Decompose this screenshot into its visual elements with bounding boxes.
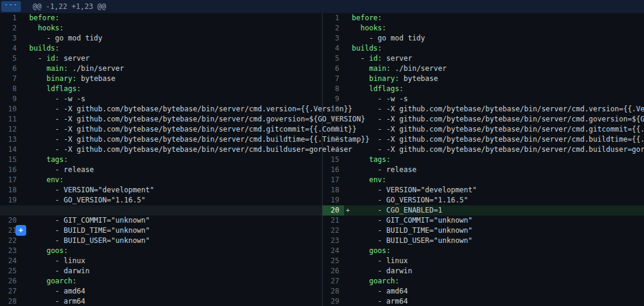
line-number[interactable]: 27 [323, 276, 344, 286]
diff-marker [21, 236, 29, 246]
line-number[interactable]: 15 [323, 155, 344, 165]
line-number[interactable]: 8 [0, 84, 21, 94]
line-number[interactable]: 28 [323, 286, 344, 296]
diff-marker [344, 276, 352, 286]
diff-row: 16 - release [323, 165, 644, 175]
code-line: - amd64 [29, 286, 85, 296]
diff-row: 12 - -X github.com/bytebase/bytebase/bin… [0, 124, 322, 135]
line-number[interactable]: 1 [0, 13, 21, 23]
line-number[interactable]: 10 [0, 104, 21, 114]
line-number[interactable]: 4 [0, 43, 21, 54]
line-number[interactable]: 6 [0, 64, 21, 74]
code-line: tags: [29, 155, 68, 165]
line-number[interactable]: 13 [323, 135, 344, 145]
code-line: env: [29, 175, 64, 185]
diff-marker [344, 236, 352, 246]
diff-marker [21, 175, 29, 185]
line-number[interactable]: 25 [0, 266, 21, 276]
diff-marker [21, 165, 29, 175]
code-line: - arm64 [29, 296, 85, 306]
line-number[interactable]: 27 [0, 286, 21, 296]
line-number[interactable]: 17 [0, 175, 21, 185]
line-number[interactable]: 22 [0, 236, 21, 246]
diff-row: 23 goos: [0, 246, 322, 256]
diff-row: 28 - arm64 [0, 296, 322, 306]
code-line: binary: bytebase [29, 74, 116, 84]
line-number[interactable]: 5 [0, 54, 21, 64]
diff-row: 21 - BUILD_TIME="unknown"+ [0, 226, 322, 236]
code-line: - -w -s [29, 94, 85, 104]
diff-row: 29 - arm64 [323, 296, 644, 306]
line-number[interactable]: 10 [323, 104, 344, 114]
line-number[interactable]: 25 [323, 256, 344, 266]
diff-marker [344, 165, 352, 175]
code-line: binary: bytebase [352, 74, 438, 84]
line-number[interactable]: 9 [0, 94, 21, 104]
line-number[interactable]: 28 [0, 296, 21, 306]
line-number[interactable]: 24 [0, 256, 21, 266]
expand-hunk-button[interactable]: ··· [1, 1, 21, 12]
diff-marker [21, 266, 29, 276]
line-number[interactable]: 3 [0, 33, 21, 43]
line-number[interactable]: 11 [0, 114, 21, 124]
line-number[interactable]: 16 [0, 165, 21, 175]
line-number[interactable]: 24 [323, 246, 344, 256]
line-number[interactable]: 18 [0, 185, 21, 195]
line-number[interactable]: 26 [0, 276, 21, 286]
line-number[interactable]: 11 [323, 114, 344, 124]
line-number[interactable]: 19 [0, 195, 21, 205]
line-number[interactable]: 21 [323, 216, 344, 226]
line-number[interactable]: 26 [323, 266, 344, 276]
diff-marker [344, 175, 352, 185]
split-diff: 1before:2 hooks:3 - go mod tidy4builds:5… [0, 13, 644, 306]
line-number[interactable]: 29 [323, 296, 344, 306]
diff-row: 9 - -w -s [323, 94, 644, 104]
diff-row: 1before: [0, 13, 322, 23]
line-number[interactable]: 19 [323, 195, 344, 205]
diff-row: 8 ldflags: [323, 84, 644, 94]
line-number[interactable]: 1 [323, 13, 344, 23]
line-number[interactable]: 7 [323, 74, 344, 84]
line-number[interactable]: 9 [323, 94, 344, 104]
line-number[interactable]: 8 [323, 84, 344, 94]
diff-row: 24 - linux [0, 256, 322, 266]
line-number[interactable]: 18 [323, 185, 344, 195]
line-number[interactable]: 14 [0, 145, 21, 155]
line-number[interactable]: 5 [323, 54, 344, 64]
code-line: - GIT_COMMIT="unknown" [352, 216, 472, 226]
line-number[interactable]: 23 [0, 246, 21, 256]
diff-marker [21, 84, 29, 94]
diff-row: 5 - id: server [0, 54, 322, 64]
diff-row: 13 - -X github.com/bytebase/bytebase/bin… [323, 135, 644, 145]
line-number[interactable]: 4 [323, 43, 344, 54]
line-number[interactable]: 17 [323, 175, 344, 185]
diff-marker [344, 266, 352, 276]
line-number[interactable]: 13 [0, 135, 21, 145]
line-number[interactable]: 12 [323, 124, 344, 135]
diff-marker [21, 43, 29, 54]
code-line: - -X github.com/bytebase/bytebase/bin/se… [29, 114, 366, 124]
add-comment-button[interactable]: + [16, 225, 26, 236]
line-number[interactable]: 12 [0, 124, 21, 135]
diff-marker [21, 124, 29, 135]
line-number[interactable]: 15 [0, 155, 21, 165]
line-number[interactable]: 6 [323, 64, 344, 74]
diff-marker [21, 114, 29, 124]
code-line: - VERSION="development" [352, 185, 477, 195]
line-number[interactable]: 22 [323, 226, 344, 236]
line-number[interactable]: 16 [323, 165, 344, 175]
diff-marker [344, 94, 352, 104]
diff-row: 7 binary: bytebase [323, 74, 644, 84]
diff-marker [344, 256, 352, 266]
line-number[interactable]: 2 [323, 23, 344, 33]
diff-row: 25 - darwin [0, 266, 322, 276]
diff-marker [21, 256, 29, 266]
line-number[interactable]: 23 [323, 236, 344, 246]
line-number[interactable]: 20 [0, 216, 21, 226]
line-number[interactable]: 20 [323, 205, 344, 216]
line-number[interactable]: 3 [323, 33, 344, 43]
line-number[interactable]: 14 [323, 145, 344, 155]
line-number[interactable]: 7 [0, 74, 21, 84]
diff-marker [21, 54, 29, 64]
line-number[interactable]: 2 [0, 23, 21, 33]
